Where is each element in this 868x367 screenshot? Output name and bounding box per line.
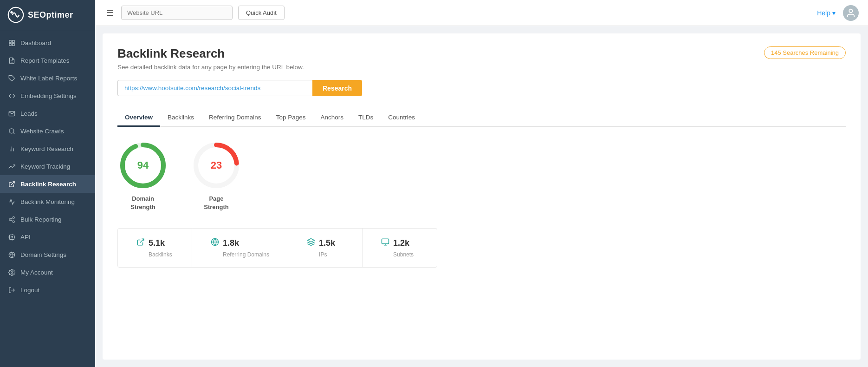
user-icon (846, 8, 856, 18)
gauges-row: 94 DomainStrength 23 PageStrength (117, 140, 846, 211)
sidebar-item-dashboard-label: Dashboard (20, 39, 51, 46)
svg-rect-5 (9, 43, 11, 45)
main-area: ☰ Quick Audit Help ▾ Backlink Research 1… (95, 0, 868, 367)
sidebar-item-report-templates-label: Report Templates (20, 57, 70, 64)
sidebar-item-domain-settings[interactable]: Domain Settings (0, 246, 95, 263)
research-button[interactable]: Research (312, 80, 362, 96)
sidebar-item-logout[interactable]: Logout (0, 281, 95, 299)
backlinks-value: 5.1k (149, 238, 165, 248)
url-input-main[interactable] (117, 80, 312, 96)
sidebar: SEOptimer Dashboard Report Templates Whi… (0, 0, 95, 367)
page-strength-gauge: 23 PageStrength (191, 140, 242, 211)
svg-text:23: 23 (211, 159, 222, 171)
sidebar-item-backlink-monitoring-label: Backlink Monitoring (20, 198, 75, 205)
svg-marker-44 (308, 239, 315, 242)
domain-strength-gauge: 94 DomainStrength (117, 140, 168, 211)
stats-row: 5.1k Backlinks 1.8k Referring Domains (117, 228, 437, 268)
subnets-label: Subnets (393, 251, 414, 258)
sidebar-item-domain-settings-label: Domain Settings (20, 251, 66, 258)
svg-text:94: 94 (137, 159, 149, 171)
sidebar-nav: Dashboard Report Templates White Label R… (0, 30, 95, 367)
tab-tlds[interactable]: TLDs (351, 109, 381, 127)
ips-value: 1.5k (319, 238, 335, 248)
sidebar-item-website-crawls[interactable]: Website Crawls (0, 122, 95, 140)
cpu-icon (7, 233, 16, 241)
activity-icon (7, 197, 16, 206)
domain-strength-svg: 94 (117, 140, 168, 191)
content-inner: Backlink Research 145 Searches Remaining… (103, 33, 861, 360)
share-icon (7, 215, 16, 223)
page-strength-svg: 23 (191, 140, 242, 191)
subnets-icon (381, 238, 389, 249)
log-out-icon (7, 286, 16, 294)
referring-domains-icon (211, 238, 219, 249)
svg-rect-4 (12, 43, 14, 45)
topbar: ☰ Quick Audit Help ▾ (95, 0, 868, 26)
sidebar-item-backlink-monitoring[interactable]: Backlink Monitoring (0, 193, 95, 210)
stat-subnets-top: 1.2k (381, 238, 409, 249)
help-button[interactable]: Help ▾ (817, 9, 836, 17)
mail-icon (7, 109, 16, 118)
sidebar-item-bulk-reporting-label: Bulk Reporting (20, 216, 62, 223)
sidebar-item-backlink-research[interactable]: Backlink Research (0, 175, 95, 193)
svg-point-34 (849, 9, 852, 12)
sidebar-item-leads[interactable]: Leads (0, 105, 95, 122)
sidebar-item-white-label-reports[interactable]: White Label Reports (0, 69, 95, 87)
sidebar-item-api[interactable]: API (0, 228, 95, 246)
stat-referring-top: 1.8k (211, 238, 239, 249)
tag-icon (7, 74, 16, 82)
tab-overview[interactable]: Overview (117, 109, 160, 127)
sidebar-item-white-label-label: White Label Reports (20, 75, 77, 82)
stat-backlinks-top: 5.1k (136, 238, 165, 249)
svg-rect-20 (9, 235, 14, 239)
searches-remaining-badge: 145 Searches Remaining (764, 46, 846, 59)
hamburger-button[interactable]: ☰ (104, 6, 116, 20)
svg-rect-3 (12, 40, 14, 42)
sidebar-item-keyword-research[interactable]: Keyword Research (0, 140, 95, 157)
sidebar-item-embedding-settings[interactable]: Embedding Settings (0, 87, 95, 105)
referring-domains-label: Referring Domains (223, 251, 269, 258)
svg-line-19 (11, 218, 13, 219)
stat-ips-top: 1.5k (307, 238, 335, 249)
page-strength-label: PageStrength (204, 195, 228, 211)
quick-audit-button[interactable]: Quick Audit (238, 6, 285, 20)
sidebar-item-keyword-tracking[interactable]: Keyword Tracking (0, 157, 95, 175)
logo-area[interactable]: SEOptimer (0, 0, 95, 30)
settings-icon (7, 268, 16, 276)
sidebar-item-keyword-research-label: Keyword Research (20, 145, 73, 152)
tab-anchors[interactable]: Anchors (313, 109, 351, 127)
referring-domains-value: 1.8k (223, 238, 239, 248)
tab-backlinks[interactable]: Backlinks (160, 109, 201, 127)
topbar-right: Help ▾ (817, 5, 859, 21)
sidebar-item-bulk-reporting[interactable]: Bulk Reporting (0, 210, 95, 228)
sidebar-item-logout-label: Logout (20, 287, 39, 294)
sidebar-item-report-templates[interactable]: Report Templates (0, 52, 95, 69)
stat-referring-domains: 1.8k Referring Domains (192, 229, 288, 267)
page-header: Backlink Research 145 Searches Remaining (117, 46, 846, 61)
ips-icon (307, 238, 315, 249)
tab-countries[interactable]: Countries (381, 109, 422, 127)
globe-icon (7, 250, 16, 259)
svg-point-16 (9, 218, 11, 220)
svg-point-9 (9, 128, 13, 133)
page-title: Backlink Research (117, 46, 225, 61)
tab-top-pages[interactable]: Top Pages (269, 109, 313, 127)
svg-rect-45 (382, 239, 389, 244)
user-avatar[interactable] (843, 5, 859, 21)
sidebar-item-my-account[interactable]: My Account (0, 263, 95, 281)
svg-point-1 (10, 11, 13, 13)
svg-point-17 (13, 221, 14, 223)
sidebar-item-crawls-label: Website Crawls (20, 128, 64, 135)
stat-backlinks: 5.1k Backlinks (118, 229, 192, 267)
svg-line-41 (140, 239, 144, 243)
sidebar-item-dashboard[interactable]: Dashboard (0, 34, 95, 52)
topbar-url-input[interactable] (121, 6, 233, 20)
sidebar-item-leads-label: Leads (20, 110, 38, 117)
backlinks-label: Backlinks (149, 251, 172, 258)
backlinks-icon (136, 238, 145, 249)
svg-point-15 (13, 216, 14, 218)
tab-referring-domains[interactable]: Referring Domains (201, 109, 269, 127)
svg-rect-2 (9, 40, 11, 42)
help-label: Help (817, 9, 830, 17)
sidebar-item-api-label: API (20, 234, 31, 241)
